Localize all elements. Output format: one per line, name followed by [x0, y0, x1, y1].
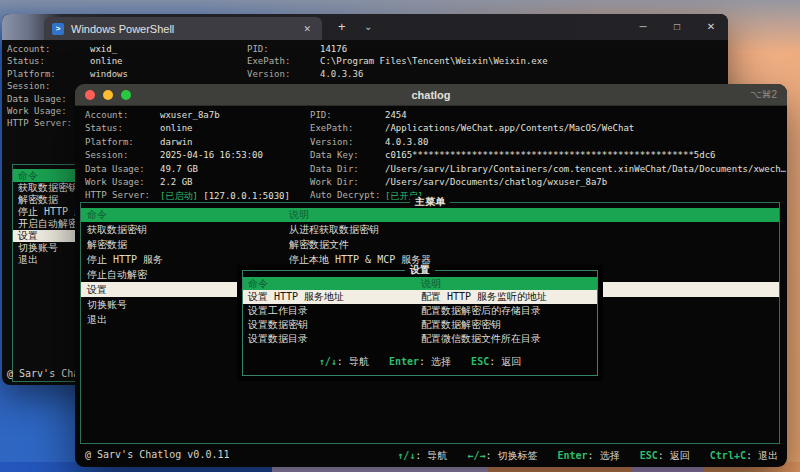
info-label: Status:: [7, 56, 45, 66]
hint-key: ESC: [471, 356, 489, 367]
dialog-item[interactable]: 设置工作目录配置数据解密后的存储目录: [243, 304, 597, 318]
info-label: Data Key:: [310, 150, 359, 160]
info-row: Session:2025-04-16 16:53:00Data Key:c016…: [75, 150, 787, 163]
minimize-button[interactable]: ─: [626, 14, 660, 40]
menu-item-label: 获取数据密钥: [87, 222, 147, 237]
dialog-item-label: 设置数据密钥: [248, 318, 308, 332]
menu-item-label: 解密数据: [87, 237, 127, 252]
chatlog-info-panel: Account:wxuser_8a7bPID:2454 Status:onlin…: [75, 110, 787, 204]
info-value: wxuser_8a7b: [160, 110, 220, 120]
info-value: c0165***********************************…: [385, 150, 716, 160]
info-row: Platform:windowsVersion:4.0.3.36: [2, 69, 728, 81]
info-label: Platform:: [7, 69, 56, 79]
tab-close-icon[interactable]: ✕: [300, 24, 314, 34]
status-bar: @ Sarv's Chatlog v0.0.11 ↑/↓导航 ←/→切换标签 E…: [75, 449, 787, 462]
info-row: Platform:darwinVersion:4.0.3.80: [75, 137, 787, 150]
info-value: 4.0.3.36: [320, 69, 363, 79]
dialog-item[interactable]: 设置数据密钥配置数据解密密钥: [243, 318, 597, 332]
hint-key: ↑/↓: [397, 450, 415, 461]
hint-label: 退出: [746, 450, 778, 461]
menu-item-label: 停止 HTTP 服务: [87, 252, 163, 267]
info-value: 49.7 GB: [160, 164, 198, 174]
key-hint: ↑/↓导航: [397, 449, 447, 463]
menu-item-label: 设置: [87, 282, 107, 297]
info-label: Version:: [310, 137, 353, 147]
info-label: ExePath:: [310, 123, 353, 133]
menu-item-label: 开启自动解密: [18, 218, 78, 230]
menu-item-description: 解密数据文件: [289, 237, 349, 252]
key-hint: Ctrl+C退出: [710, 449, 778, 463]
powershell-icon: >: [52, 23, 64, 35]
info-value: darwin: [160, 137, 193, 147]
http-server-status-badge: [已启动]: [160, 191, 198, 201]
info-value: 2454: [385, 110, 407, 120]
dialog-item-label: 设置数据目录: [248, 332, 308, 346]
info-label: Work Usage:: [7, 106, 67, 116]
chatlog-window: chatlog ⌥⌘2 Account:wxuser_8a7bPID:2454 …: [75, 84, 787, 467]
dialog-item-description: 配置数据解密后的存储目录: [421, 304, 541, 318]
info-row: Account:wxid_PID:14176: [2, 44, 728, 56]
dialog-item-description: 配置微信数据文件所在目录: [421, 332, 541, 346]
hint-key: ESC: [640, 450, 658, 461]
info-value: C:\Program Files\Tencent\Weixin\Weixin.e…: [320, 56, 548, 66]
new-tab-button[interactable]: +: [338, 19, 346, 34]
info-label: Session:: [7, 81, 50, 91]
settings-dialog: 设置 命令 说明 设置 HTTP 服务地址配置 HTTP 服务监听的地址 设置工…: [242, 270, 598, 376]
menu-item-label: 停止自动解密: [87, 267, 147, 282]
window-shortcut-badge: ⌥⌘2: [750, 84, 777, 106]
info-label: Data Dir:: [310, 164, 359, 174]
tab-dropdown-icon[interactable]: ⌄: [364, 21, 372, 32]
hint-label: 导航: [415, 450, 447, 461]
tab-title: Windows PowerShell: [71, 23, 293, 35]
key-hint: ESC返回: [640, 449, 690, 463]
maximize-button[interactable]: □: [660, 14, 694, 40]
menu-item-label: 切换账号: [87, 297, 127, 312]
info-label: Status:: [85, 123, 123, 133]
hint-label: 返回: [658, 450, 690, 461]
info-label: Work Usage:: [85, 177, 145, 187]
hint-label: 选择: [419, 356, 451, 367]
hint-key: Enter: [389, 356, 419, 367]
status-app-version: @ Sarv's Chatlog v0.0.11: [85, 449, 230, 460]
dialog-header-command: 命令: [248, 277, 268, 290]
dialog-item-selected[interactable]: 设置 HTTP 服务地址配置 HTTP 服务监听的地址: [243, 290, 597, 304]
info-label: Data Usage:: [85, 164, 145, 174]
main-menu-title: 主菜单: [410, 196, 450, 208]
menu-item[interactable]: 解密数据解密数据文件: [81, 237, 779, 252]
hint-key: ↑/↓: [319, 356, 337, 367]
info-label: Data Usage:: [7, 94, 67, 104]
info-label: ExePath:: [247, 56, 290, 66]
info-label: Work Dir:: [310, 177, 359, 187]
dialog-header-row: 命令 说明: [243, 277, 597, 290]
dialog-header-description: 说明: [421, 277, 441, 290]
info-label: Platform:: [85, 137, 134, 147]
menu-item-description: 从进程获取数据密钥: [289, 222, 379, 237]
info-label: Account:: [85, 110, 128, 120]
key-hint: ESC返回: [471, 355, 521, 369]
hint-label: 返回: [489, 356, 521, 367]
info-value: /Users/sarv/Library/Containers/com.tence…: [385, 164, 786, 174]
info-label: Account:: [7, 44, 50, 54]
menu-header-row: 命令 说明: [81, 208, 779, 222]
close-button[interactable]: ✕: [694, 14, 728, 40]
info-label: Version:: [247, 69, 290, 79]
window-controls: ─ □ ✕: [626, 14, 728, 40]
dialog-item[interactable]: 设置数据目录配置微信数据文件所在目录: [243, 332, 597, 346]
menu-item-label: 切换账号: [18, 242, 58, 254]
http-server-address: [127.0.0.1:5030]: [203, 191, 290, 201]
menu-item-label: 设置: [18, 230, 38, 242]
info-value: 14176: [320, 44, 347, 54]
tab-windows-powershell[interactable]: > Windows PowerShell ✕: [44, 17, 322, 40]
menu-header-command: 命令: [18, 169, 38, 182]
dialog-key-hints: ↑/↓导航 Enter选择 ESC返回: [243, 355, 597, 369]
info-value: online: [160, 123, 193, 133]
info-row: Status:onlineExePath:C:\Program Files\Te…: [2, 56, 728, 68]
info-value: 2025-04-16 16:53:00: [160, 150, 263, 160]
hint-label: 导航: [337, 356, 369, 367]
info-value: online: [90, 56, 123, 66]
dialog-item-label: 设置工作目录: [248, 304, 308, 318]
menu-item[interactable]: 获取数据密钥从进程获取数据密钥: [81, 222, 779, 237]
key-hint: Enter选择: [389, 355, 451, 369]
window-title: chatlog: [75, 84, 787, 106]
menu-item-label: 获取数据密钥: [18, 182, 78, 194]
